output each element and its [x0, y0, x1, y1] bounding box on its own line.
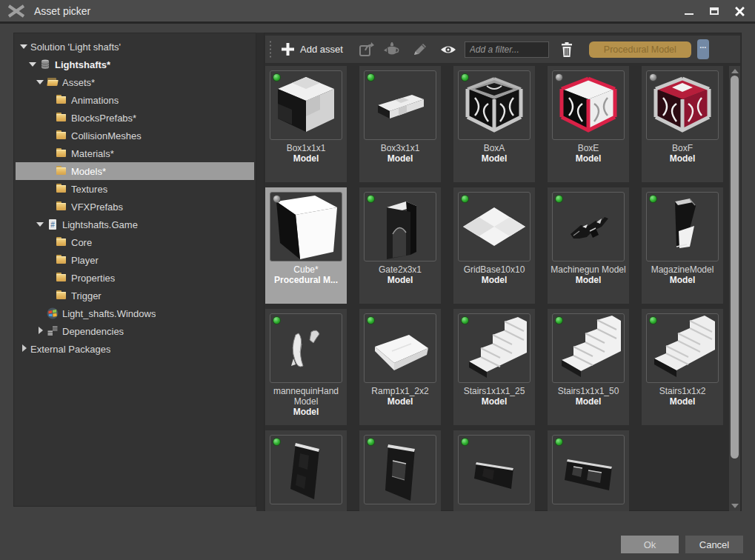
- expander-spacer: [44, 183, 56, 195]
- asset-tile-boxa[interactable]: BoxA Model: [453, 66, 535, 182]
- sidebar-item-blocksprefabs[interactable]: BlocksPrefabs*: [16, 109, 254, 127]
- scroll-up-icon[interactable]: [731, 69, 739, 73]
- asset-thumbnail: [458, 313, 531, 383]
- sidebar-item-solution[interactable]: Solution 'Light shafts': [16, 38, 254, 56]
- status-dot: [367, 196, 374, 202]
- folder-icon: [56, 147, 67, 159]
- add-asset-button[interactable]: Add asset: [276, 40, 347, 59]
- add-asset-label: Add asset: [300, 44, 343, 55]
- status-dot: [462, 439, 468, 445]
- toolbar-grip: [269, 40, 272, 59]
- asset-thumbnail: [552, 192, 625, 261]
- close-button[interactable]: [728, 3, 751, 19]
- asset-tile-magazinemodel[interactable]: MagazineModel Model: [642, 187, 723, 304]
- asset-thumbnail: [458, 435, 531, 504]
- asset-tile-wall-2[interactable]: [359, 430, 441, 511]
- sidebar-item-lightshafts[interactable]: Lightshafts*: [16, 56, 254, 73]
- sidebar-item-external-packages[interactable]: External Packages: [16, 340, 254, 358]
- status-dot: [273, 439, 280, 445]
- asset-grid: Box1x1x1 Model Box3x1x1 Model BoxA M: [265, 66, 723, 511]
- sidebar-item-textures[interactable]: Textures: [16, 180, 254, 198]
- asset-tile-wall-4[interactable]: [548, 430, 629, 511]
- asset-tile-boxe[interactable]: BoxE Model: [548, 66, 629, 182]
- asset-tile-box1x1x1[interactable]: Box1x1x1 Model: [265, 66, 347, 182]
- folder-icon: [56, 201, 67, 213]
- asset-tile-box3x1x1[interactable]: Box3x1x1 Model: [359, 66, 441, 182]
- sidebar-item-assets[interactable]: Assets*: [16, 73, 254, 91]
- expander-spacer: [44, 130, 56, 141]
- status-dot: [462, 74, 468, 81]
- expander-spacer: [44, 272, 56, 284]
- maximize-button[interactable]: [703, 3, 725, 19]
- minimize-button[interactable]: [678, 3, 700, 19]
- create-derived-asset-button[interactable]: [383, 41, 401, 58]
- folder-icon: [56, 254, 67, 266]
- sidebar-item-lightshafts-game[interactable]: # Lightshafts.Game: [16, 216, 254, 233]
- filter-input[interactable]: [465, 41, 549, 58]
- expander-icon[interactable]: [35, 76, 47, 88]
- asset-tile-stairs1x1x2[interactable]: Stairs1x1x2 Model: [642, 309, 723, 425]
- asset-tile-stairs1x1x1_25[interactable]: Stairs1x1x1_25 Model: [453, 309, 535, 425]
- grid-scrollbar[interactable]: [729, 66, 740, 511]
- more-filters-button[interactable]: ...: [697, 39, 709, 59]
- view-options-button[interactable]: [439, 44, 457, 56]
- pencil-icon: [411, 41, 429, 58]
- expander-icon[interactable]: [35, 219, 47, 230]
- asset-tile-boxf[interactable]: BoxF Model: [642, 66, 723, 182]
- asset-thumbnail: [552, 70, 625, 140]
- sidebar-item-player[interactable]: Player: [16, 251, 254, 269]
- expander-icon[interactable]: [27, 59, 39, 70]
- asset-thumbnail: [646, 70, 719, 140]
- sidebar-item-animations[interactable]: Animations: [16, 91, 254, 109]
- window-title: Asset picker: [34, 5, 90, 17]
- status-dot: [462, 196, 468, 202]
- sidebar-item-collisionmeshes[interactable]: CollisionMeshes: [16, 127, 254, 144]
- sidebar-item-vfxprefabs[interactable]: VFXPrefabs: [16, 198, 254, 216]
- sidebar-item-properties[interactable]: Properties: [16, 269, 254, 287]
- folder-icon: [56, 183, 67, 195]
- asset-tile-machinegun[interactable]: Machinegun Model Model: [548, 187, 629, 304]
- sidebar-item-models[interactable]: Models*: [16, 162, 254, 180]
- dependencies-icon: [47, 325, 59, 337]
- sidebar-item-lightshafts-windows[interactable]: Light_shafts.Windows: [16, 304, 254, 322]
- filter-tag-procedural-model[interactable]: Procedural Model: [589, 41, 691, 58]
- asset-tile-mannequinhand[interactable]: mannequinHand Model Model: [265, 309, 347, 425]
- sidebar-item-core[interactable]: Core: [16, 233, 254, 251]
- folder-icon: [56, 112, 67, 124]
- folder-icon: [56, 165, 67, 177]
- status-dot: [273, 196, 280, 202]
- expander-icon[interactable]: [19, 343, 30, 355]
- asset-thumbnail: [364, 192, 436, 261]
- asset-tile-cube[interactable]: Cube* Procedural M...: [265, 187, 347, 304]
- asset-tile-ramp1x1_2x2[interactable]: Ramp1x1_2x2 Model: [359, 309, 441, 425]
- asset-thumbnail: [364, 313, 436, 383]
- asset-thumbnail: [270, 435, 342, 504]
- expander-icon[interactable]: [35, 325, 47, 337]
- import-asset-button[interactable]: [358, 41, 376, 59]
- sidebar-item-dependencies[interactable]: Dependencies: [16, 322, 254, 340]
- minimize-icon: [685, 13, 694, 15]
- asset-picker-dialog: Asset picker Solution 'Light shafts' Lig…: [0, 0, 755, 560]
- ok-button[interactable]: Ok: [621, 536, 679, 553]
- asset-thumbnail: [270, 70, 342, 140]
- asset-tile-stairs1x1x1_50[interactable]: Stairs1x1x1_50 Model: [548, 309, 629, 425]
- sidebar-item-materials[interactable]: Materials*: [16, 144, 254, 162]
- expander-spacer: [44, 147, 56, 159]
- scroll-down-icon[interactable]: [731, 504, 739, 508]
- panel-splitter[interactable]: [256, 33, 264, 511]
- status-dot: [367, 74, 374, 81]
- edit-asset-button[interactable]: [411, 41, 429, 58]
- asset-tile-wall-1[interactable]: [265, 430, 347, 511]
- asset-tile-gridbase10x10[interactable]: GridBase10x10 Model: [453, 187, 535, 304]
- delete-filter-button[interactable]: [559, 41, 574, 58]
- cancel-button[interactable]: Cancel: [685, 536, 743, 553]
- title-bar[interactable]: Asset picker: [0, 0, 755, 24]
- solution-tree: Solution 'Light shafts' Lightshafts* Ass…: [14, 33, 256, 358]
- scrollbar-thumb[interactable]: [731, 76, 739, 459]
- asset-tile-wall-3[interactable]: [453, 430, 535, 511]
- status-dot: [273, 74, 280, 81]
- expander-icon[interactable]: [19, 41, 30, 53]
- asset-tile-gate2x3x1[interactable]: Gate2x3x1 Model: [359, 187, 441, 304]
- sidebar-item-trigger[interactable]: Trigger: [16, 287, 254, 304]
- status-dot: [556, 74, 562, 81]
